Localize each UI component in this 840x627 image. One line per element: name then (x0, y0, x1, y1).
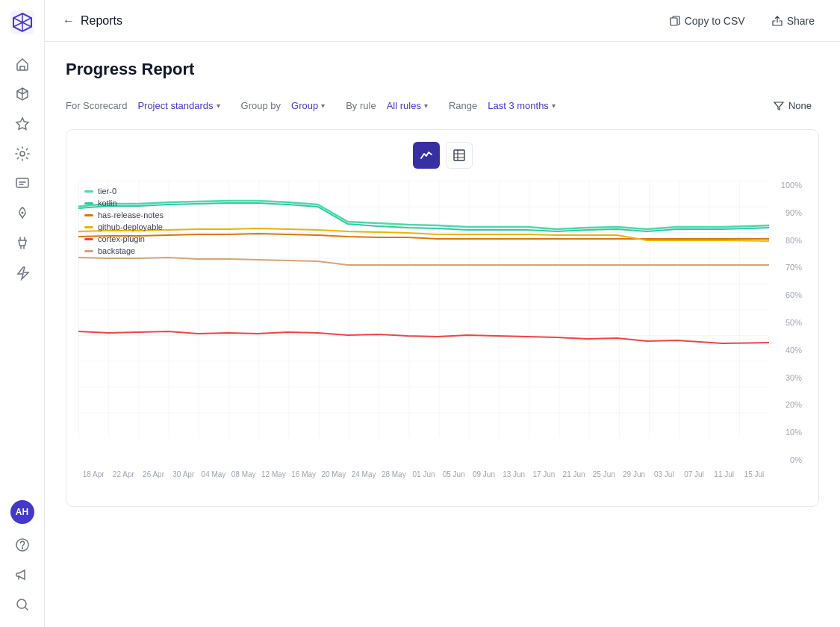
main-content: ← Reports Copy to CSV Share Progress Rep… (45, 0, 840, 627)
x-label-5: 04 May (199, 470, 228, 478)
x-label-16: 17 Jun (529, 470, 559, 478)
app-logo[interactable] (9, 9, 36, 36)
plug-icon[interactable] (9, 230, 36, 257)
header-actions: Copy to CSV Share (662, 10, 822, 31)
x-label-7: 12 May (258, 470, 288, 478)
svg-point-1 (20, 152, 25, 156)
x-label-11: 28 May (379, 470, 408, 478)
header-left: ← Reports (63, 14, 122, 28)
y-axis: 100% 90% 80% 70% 60% 50% 40% 30% 20% 10%… (769, 181, 806, 464)
x-label-21: 07 Jul (679, 470, 709, 478)
share-button[interactable]: Share (765, 10, 822, 31)
y-label-10: 10% (785, 428, 802, 437)
byrule-filter: By rule All rules ▾ (346, 97, 434, 114)
x-label-22: 11 Jul (709, 470, 739, 478)
scorecard-chevron-icon: ▾ (217, 102, 220, 110)
scorecard-filter: For Scorecard Project standards ▾ (66, 97, 226, 114)
y-label-100: 100% (781, 181, 802, 190)
range-filter: Range Last 3 months ▾ (449, 97, 561, 114)
y-label-40: 40% (785, 346, 802, 355)
svg-point-5 (17, 599, 26, 608)
share-icon (772, 16, 783, 26)
chat-icon[interactable] (9, 170, 36, 197)
page-content: Progress Report For Scorecard Project st… (45, 42, 840, 627)
x-label-14: 09 Jun (469, 470, 499, 478)
x-label-4: 30 Apr (169, 470, 199, 478)
table-icon (452, 149, 466, 162)
x-label-12: 01 Jun (408, 470, 438, 478)
x-label-18: 25 Jun (589, 470, 619, 478)
range-chevron-icon: ▾ (552, 102, 556, 110)
y-label-50: 50% (785, 318, 802, 327)
box-icon[interactable] (9, 81, 36, 107)
x-label-17: 21 Jun (559, 470, 589, 478)
y-label-70: 70% (785, 263, 802, 272)
scorecard-dropdown[interactable]: Project standards ▾ (131, 97, 225, 114)
megaphone-icon[interactable] (9, 561, 36, 588)
x-label-1: 18 Apr (78, 470, 108, 478)
groupby-dropdown[interactable]: Group ▾ (285, 97, 331, 114)
scorecard-label: For Scorecard (66, 100, 127, 111)
x-axis: 18 Apr 22 Apr 26 Apr 30 Apr 04 May 08 Ma… (78, 470, 769, 478)
y-label-30: 30% (785, 373, 802, 382)
none-button[interactable]: None (766, 97, 819, 114)
help-icon[interactable] (9, 531, 36, 558)
settings-icon[interactable] (9, 140, 36, 167)
y-label-60: 60% (785, 290, 802, 299)
rocket-icon[interactable] (9, 200, 36, 227)
groupby-filter: Group by Group ▾ (241, 97, 332, 114)
groupby-chevron-icon: ▾ (321, 102, 325, 110)
avatar[interactable]: AH (9, 502, 36, 528)
chart-container: tier-0 kotlin has-release-notes (66, 129, 819, 507)
x-label-3: 26 Apr (138, 470, 168, 478)
byrule-chevron-icon: ▾ (424, 102, 428, 110)
filter-bar: For Scorecard Project standards ▾ Group … (66, 97, 819, 114)
byrule-label: By rule (346, 100, 376, 111)
sidebar: AH (0, 0, 45, 627)
svg-rect-6 (671, 18, 677, 25)
line-chart-button[interactable] (413, 142, 440, 169)
svg-point-3 (21, 212, 23, 214)
svg-rect-7 (454, 150, 464, 160)
filter-icon (774, 101, 784, 111)
groupby-label: Group by (241, 100, 281, 111)
x-label-19: 29 Jun (619, 470, 649, 478)
top-header: ← Reports Copy to CSV Share (45, 0, 840, 42)
svg-rect-2 (16, 178, 28, 187)
back-button[interactable]: ← (63, 14, 75, 28)
home-icon[interactable] (9, 51, 36, 78)
byrule-dropdown[interactable]: All rules ▾ (381, 97, 434, 114)
copy-csv-button[interactable]: Copy to CSV (662, 10, 753, 31)
x-label-13: 05 Jun (439, 470, 469, 478)
copy-icon (670, 16, 680, 26)
breadcrumb: Reports (81, 14, 122, 28)
table-chart-button[interactable] (446, 142, 473, 169)
y-label-80: 80% (785, 236, 802, 245)
chart-area: tier-0 kotlin has-release-notes (78, 181, 806, 494)
x-label-6: 08 May (228, 470, 258, 478)
x-label-2: 22 Apr (108, 470, 138, 478)
star-icon[interactable] (9, 110, 36, 137)
x-label-20: 03 Jul (649, 470, 679, 478)
user-avatar[interactable]: AH (10, 500, 34, 524)
range-label: Range (449, 100, 477, 111)
y-label-90: 90% (785, 208, 802, 217)
chart-controls (78, 142, 806, 169)
x-label-15: 13 Jun (499, 470, 529, 478)
chart-svg (78, 181, 769, 464)
search-icon[interactable] (9, 591, 36, 618)
x-label-10: 24 May (349, 470, 379, 478)
range-dropdown[interactable]: Last 3 months ▾ (482, 97, 561, 114)
x-label-23: 15 Jul (739, 470, 769, 478)
lightning-icon[interactable] (9, 260, 36, 287)
line-chart-icon (420, 149, 433, 162)
x-label-8: 16 May (289, 470, 319, 478)
svg-rect-8 (78, 181, 769, 438)
x-label-9: 20 May (319, 470, 349, 478)
y-label-20: 20% (785, 400, 802, 409)
y-label-0: 0% (790, 455, 802, 464)
page-title: Progress Report (66, 60, 819, 79)
